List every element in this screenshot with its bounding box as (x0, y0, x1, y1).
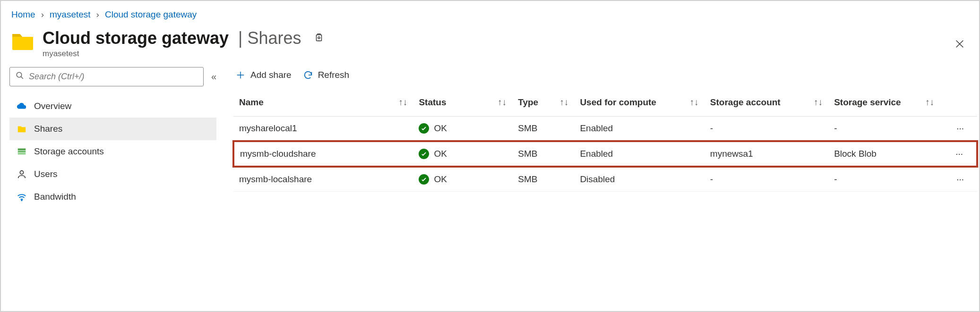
col-header-type[interactable]: Type ↑↓ (512, 90, 574, 117)
sidebar-item-label: Shares (34, 124, 62, 134)
col-header-service[interactable]: Storage service ↑↓ (828, 90, 940, 117)
cell-name[interactable]: mysmb-cloudshare (233, 141, 413, 167)
svg-rect-0 (316, 35, 321, 41)
col-header-status[interactable]: Status ↑↓ (413, 90, 512, 117)
page-section: | Shares (238, 28, 301, 48)
cloud-icon (16, 101, 27, 112)
cell-compute: Enabled (574, 117, 704, 142)
breadcrumb-resource[interactable]: myasetest (50, 9, 91, 20)
toolbar: Add share Refresh (232, 67, 978, 90)
ok-icon (419, 174, 429, 185)
folder-icon (11, 31, 34, 50)
add-share-button[interactable]: Add share (235, 70, 292, 80)
col-header-name[interactable]: Name ↑↓ (233, 90, 413, 117)
refresh-label: Refresh (318, 70, 350, 80)
cell-type: SMB (512, 117, 574, 142)
wifi-icon (16, 191, 27, 202)
sidebar-item-bandwidth[interactable]: Bandwidth (9, 186, 216, 208)
sidebar-item-shares[interactable]: Shares (9, 118, 216, 140)
sidebar-item-users[interactable]: Users (9, 163, 216, 186)
sidebar-item-label: Users (34, 169, 58, 179)
sort-icon[interactable]: ↑↓ (925, 97, 934, 108)
cell-service: - (828, 117, 940, 142)
pin-button[interactable] (314, 33, 324, 43)
ok-icon (419, 149, 429, 159)
col-header-account[interactable]: Storage account ↑↓ (705, 90, 828, 117)
cell-status: OK (413, 117, 512, 142)
table-row[interactable]: mysharelocal1OKSMBEnabled--··· (233, 117, 977, 142)
sidebar-item-label: Bandwidth (34, 192, 76, 202)
sort-icon[interactable]: ↑↓ (498, 97, 507, 108)
shares-table: Name ↑↓ Status ↑↓ Type ↑↓ Used for compu… (232, 90, 978, 192)
row-more-button[interactable]: ··· (940, 117, 977, 142)
row-more-button[interactable]: ··· (940, 141, 977, 167)
svg-rect-4 (18, 151, 26, 152)
page-subtitle: myasetest (43, 49, 324, 59)
plus-icon (235, 70, 246, 80)
chevron-right-icon: › (96, 9, 99, 20)
col-header-compute[interactable]: Used for compute ↑↓ (574, 90, 704, 117)
collapse-sidebar-button[interactable]: « (211, 71, 216, 82)
sort-icon[interactable]: ↑↓ (559, 97, 568, 108)
cell-service: - (828, 167, 940, 192)
svg-point-1 (318, 37, 320, 39)
sidebar-item-label: Storage accounts (34, 146, 104, 157)
refresh-button[interactable]: Refresh (303, 70, 350, 80)
svg-rect-5 (18, 153, 26, 155)
cell-compute: Disabled (574, 167, 704, 192)
refresh-icon (303, 70, 313, 80)
cell-account: - (705, 117, 828, 142)
chevron-right-icon: › (41, 9, 44, 20)
breadcrumb-service[interactable]: Cloud storage gateway (105, 9, 197, 20)
table-row[interactable]: mysmb-cloudshareOKSMBEnabledmynewsa1Bloc… (233, 141, 977, 167)
sort-icon[interactable]: ↑↓ (398, 97, 407, 108)
content: Add share Refresh Name ↑↓ Status ↑ (223, 65, 979, 208)
sidebar: « Overview Shares Storage accounts (1, 65, 223, 208)
cell-name[interactable]: mysmb-localshare (233, 167, 413, 192)
sidebar-item-overview[interactable]: Overview (9, 95, 216, 118)
breadcrumb: Home › myasetest › Cloud storage gateway (1, 1, 979, 24)
sort-icon[interactable]: ↑↓ (814, 97, 823, 108)
cell-service: Block Blob (828, 141, 940, 167)
sidebar-item-storage-accounts[interactable]: Storage accounts (9, 140, 216, 163)
search-icon (16, 71, 24, 82)
user-icon (16, 169, 27, 180)
search-input[interactable] (29, 72, 198, 82)
svg-point-7 (21, 200, 22, 201)
cell-name[interactable]: mysharelocal1 (233, 117, 413, 142)
search-box[interactable] (9, 67, 204, 86)
breadcrumb-home[interactable]: Home (11, 9, 35, 20)
add-share-label: Add share (250, 70, 292, 80)
row-more-button[interactable]: ··· (940, 167, 977, 192)
sort-icon[interactable]: ↑↓ (690, 97, 699, 108)
cell-status: OK (413, 141, 512, 167)
close-button[interactable] (954, 39, 965, 51)
cell-type: SMB (512, 141, 574, 167)
cell-account: mynewsa1 (705, 141, 828, 167)
folder-icon (16, 123, 27, 135)
table-row[interactable]: mysmb-localshareOKSMBDisabled--··· (233, 167, 977, 192)
cell-account: - (705, 167, 828, 192)
cell-compute: Enabled (574, 141, 704, 167)
page-header: Cloud storage gateway | Shares myasetest (1, 24, 979, 65)
svg-point-6 (20, 171, 23, 174)
cell-status: OK (413, 167, 512, 192)
ok-icon (419, 123, 429, 134)
cell-type: SMB (512, 167, 574, 192)
svg-rect-3 (18, 149, 26, 151)
storage-icon (16, 146, 27, 157)
sidebar-item-label: Overview (34, 101, 71, 111)
svg-point-2 (17, 72, 22, 77)
page-title: Cloud storage gateway (43, 28, 229, 48)
